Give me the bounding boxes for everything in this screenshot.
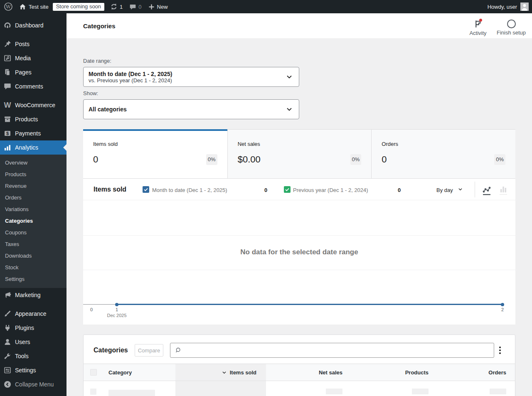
sidebar-item-dashboard[interactable]: Dashboard	[0, 18, 66, 32]
collapse-menu-button[interactable]: Collapse Menu	[0, 377, 66, 391]
date-range-value: Month to date (Dec 1 - 2, 2025)	[89, 71, 282, 77]
new-menu[interactable]: New	[145, 0, 171, 13]
media-icon	[3, 54, 12, 62]
collapse-icon	[3, 380, 12, 389]
sidebar-item-label: Plugins	[15, 325, 34, 331]
tile-delta-badge: 0%	[206, 154, 217, 165]
series-line	[117, 304, 502, 305]
content-area: Categories Activity Finish setup	[66, 13, 532, 396]
comment-icon	[3, 82, 12, 91]
table-card-header: Categories Compare	[84, 335, 515, 364]
column-label: Products	[405, 369, 429, 376]
submenu-item-categories[interactable]: Categories	[0, 215, 66, 226]
store-coming-soon-badge[interactable]: Store coming soon	[53, 3, 104, 11]
interval-select[interactable]: By day	[436, 187, 463, 193]
chart-empty-message: No data for the selected date range	[83, 248, 515, 256]
wordpress-menu[interactable]: W	[1, 0, 16, 13]
wrench-icon	[3, 352, 12, 360]
column-label: Items sold	[230, 369, 256, 376]
chart-title: Items sold	[94, 186, 126, 193]
sidebar-item-marketing[interactable]: Marketing	[0, 288, 66, 302]
loading-placeholder	[490, 389, 506, 394]
x-axis-month-label: Dec 2025	[107, 313, 126, 318]
chevron-down-icon	[286, 106, 293, 115]
table-row-loading	[84, 381, 515, 396]
sidebar-item-payments[interactable]: $ Payments	[0, 126, 66, 140]
user-icon	[3, 338, 12, 346]
sidebar-item-plugins[interactable]: Plugins	[0, 321, 66, 335]
admin-bar: W Test site Store coming soon	[0, 0, 532, 13]
sidebar-item-settings[interactable]: Settings	[0, 363, 66, 377]
select-all-checkbox[interactable]	[90, 369, 97, 376]
finish-setup-button[interactable]: Finish setup	[495, 16, 528, 36]
products-icon	[3, 115, 12, 123]
submenu-item-revenue[interactable]: Revenue	[0, 180, 66, 192]
sidebar-item-analytics[interactable]: Analytics	[0, 140, 66, 155]
settings-icon	[3, 366, 12, 374]
my-account-menu[interactable]: Howdy, user	[484, 0, 532, 13]
submenu-item-coupons[interactable]: Coupons	[0, 226, 66, 238]
sidebar-item-media[interactable]: Media	[0, 51, 66, 65]
category-filter-select[interactable]: All categories	[83, 99, 299, 119]
sidebar-item-tools[interactable]: Tools	[0, 349, 66, 363]
x-tick: 1	[116, 307, 118, 312]
date-range-label: Date range:	[83, 58, 515, 64]
analytics-icon	[3, 143, 12, 152]
pin-icon	[3, 40, 12, 48]
column-header-products[interactable]: Products	[352, 364, 438, 381]
loading-placeholder	[90, 389, 96, 395]
column-header-category[interactable]: Category	[103, 364, 175, 381]
submenu-item-taxes[interactable]: Taxes	[0, 238, 66, 250]
compare-button[interactable]: Compare	[135, 344, 163, 357]
home-icon	[19, 3, 26, 10]
plus-icon	[148, 4, 155, 10]
series-1-value: 0	[264, 187, 267, 193]
series-1-label[interactable]: Month to date (Dec 1 - 2, 2025)	[152, 187, 227, 193]
summary-tile-items-sold[interactable]: Items sold 0 0%	[83, 129, 227, 178]
column-header-items-sold[interactable]: Items sold	[175, 364, 266, 381]
sidebar-item-woocommerce[interactable]: W WooCommerce	[0, 98, 66, 112]
interval-label: By day	[436, 187, 453, 193]
series-2-checkbox[interactable]	[284, 186, 291, 193]
submenu-item-stock[interactable]: Stock	[0, 261, 66, 273]
kebab-menu-icon[interactable]	[495, 343, 505, 358]
submenu-item-overview[interactable]: Overview	[0, 157, 66, 168]
sidebar-item-comments[interactable]: Comments	[0, 79, 66, 93]
sidebar-item-label: Products	[15, 116, 38, 122]
summary-tile-net-sales[interactable]: Net sales $0.00 0%	[227, 129, 372, 178]
series-1-checkbox[interactable]	[143, 186, 149, 193]
series-2-label[interactable]: Previous year (Dec 1 - 2, 2024)	[293, 187, 368, 193]
sidebar-item-products[interactable]: Products	[0, 112, 66, 126]
submenu-item-downloads[interactable]: Downloads	[0, 250, 66, 261]
submenu-item-settings[interactable]: Settings	[0, 273, 66, 285]
sidebar-item-label: Posts	[15, 41, 30, 47]
pages-icon	[3, 68, 12, 76]
updates-menu[interactable]: 1	[107, 0, 126, 13]
bar-chart-toggle[interactable]	[499, 184, 509, 195]
column-header-orders[interactable]: Orders	[438, 364, 515, 381]
column-label: Category	[108, 369, 132, 376]
chart-plot-area: No data for the selected date range 0 1 …	[83, 200, 515, 325]
collapse-menu-label: Collapse Menu	[15, 381, 54, 387]
sidebar-item-posts[interactable]: Posts	[0, 37, 66, 51]
column-header-net-sales[interactable]: Net sales	[266, 364, 352, 381]
date-range-select[interactable]: Month to date (Dec 1 - 2, 2025) vs. Prev…	[83, 67, 299, 87]
comments-menu[interactable]: 0	[126, 0, 145, 13]
new-label: New	[157, 4, 168, 10]
submenu-item-products[interactable]: Products	[0, 168, 66, 180]
sidebar-item-appearance[interactable]: Appearance	[0, 307, 66, 321]
search-box[interactable]	[170, 343, 494, 358]
sidebar-item-pages[interactable]: Pages	[0, 65, 66, 79]
submenu-item-variations[interactable]: Variations	[0, 203, 66, 215]
chevron-down-icon	[286, 73, 293, 82]
sidebar-item-label: Payments	[15, 130, 41, 136]
sidebar-item-users[interactable]: Users	[0, 335, 66, 349]
line-chart-toggle[interactable]	[482, 184, 492, 195]
submenu-item-orders[interactable]: Orders	[0, 192, 66, 203]
search-input[interactable]	[185, 343, 494, 357]
sidebar-item-label: Users	[15, 339, 30, 345]
activity-button[interactable]: Activity	[461, 16, 495, 36]
sort-descending-icon	[222, 370, 227, 375]
site-link[interactable]: Test site	[16, 0, 52, 13]
summary-tile-orders[interactable]: Orders 0 0%	[371, 129, 515, 178]
